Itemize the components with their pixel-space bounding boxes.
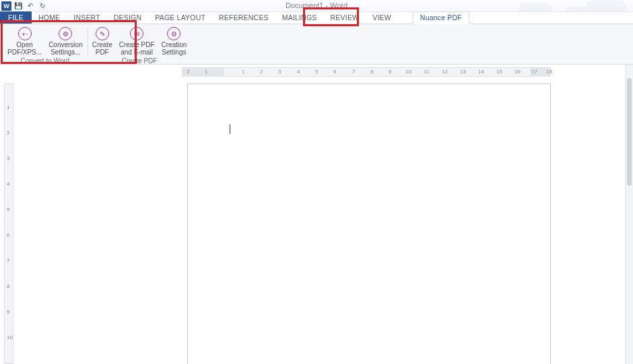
open-pdf-label: Open PDF/XPS... <box>7 42 42 56</box>
tab-page-layout[interactable]: PAGE LAYOUT <box>148 12 212 24</box>
create-pdf-button[interactable]: ✎ Create PDF <box>90 26 114 57</box>
redo-button[interactable]: ↻ <box>37 1 48 11</box>
word-app-icon: W <box>1 1 11 11</box>
title-bar: W 💾 ↶ ↻ Document1 - Word <box>0 0 633 12</box>
create-pdf-email-icon: ✉ <box>130 27 143 40</box>
ribbon: ⇠ Open PDF/XPS... ⚙ Conversion Settings.… <box>0 24 633 65</box>
document-page[interactable] <box>187 83 551 364</box>
document-title: Document1 - Word <box>286 1 347 9</box>
tab-insert[interactable]: INSERT <box>67 12 107 24</box>
vertical-scrollbar[interactable] <box>625 65 633 364</box>
quick-access-toolbar: W 💾 ↶ ↻ <box>1 1 48 11</box>
creation-settings-label: Creation Settings <box>162 42 187 56</box>
ribbon-tab-bar: FILE HOME INSERT DESIGN PAGE LAYOUT REFE… <box>0 12 633 24</box>
create-pdf-icon: ✎ <box>96 27 109 40</box>
undo-button[interactable]: ↶ <box>25 1 36 11</box>
conversion-settings-label: Conversion Settings... <box>48 42 83 56</box>
save-button[interactable]: 💾 <box>13 1 24 11</box>
creation-settings-icon: ⚙ <box>167 27 180 40</box>
open-pdf-icon: ⇠ <box>18 27 32 40</box>
document-workspace: 2 1 1 2 3 4 5 6 7 8 9 10 11 12 13 14 15 … <box>0 65 633 364</box>
conversion-settings-icon: ⚙ <box>59 27 72 40</box>
horizontal-ruler[interactable]: 2 1 1 2 3 4 5 6 7 8 9 10 11 12 13 14 15 … <box>182 67 551 77</box>
vertical-ruler[interactable]: 1 2 3 4 5 6 7 8 9 10 <box>4 83 13 364</box>
tab-design[interactable]: DESIGN <box>107 12 148 24</box>
text-cursor <box>230 124 230 134</box>
tab-review[interactable]: REVIEW <box>324 12 366 24</box>
tab-view[interactable]: VIEW <box>366 12 398 24</box>
tab-references[interactable]: REFERENCES <box>212 12 275 24</box>
tab-file[interactable]: FILE <box>0 11 32 24</box>
tab-mailings[interactable]: MAILINGS <box>275 12 324 24</box>
ribbon-group-create-pdf: ✎ Create PDF ✉ Create PDF and E-mail ⚙ C… <box>88 26 192 64</box>
creation-settings-button[interactable]: ⚙ Creation Settings <box>160 26 189 57</box>
create-pdf-and-email-button[interactable]: ✉ Create PDF and E-mail <box>117 26 157 57</box>
scrollbar-thumb[interactable] <box>627 78 632 186</box>
create-pdf-email-label: Create PDF and E-mail <box>119 42 155 56</box>
tab-nuance-pdf[interactable]: Nuance PDF <box>413 11 469 24</box>
create-pdf-label: Create PDF <box>92 42 112 56</box>
open-pdf-xps-button[interactable]: ⇠ Open PDF/XPS... <box>5 26 44 57</box>
ribbon-group-convert-to-word: ⇠ Open PDF/XPS... ⚙ Conversion Settings.… <box>3 26 88 64</box>
conversion-settings-button[interactable]: ⚙ Conversion Settings... <box>46 26 85 57</box>
tab-home[interactable]: HOME <box>32 12 67 24</box>
